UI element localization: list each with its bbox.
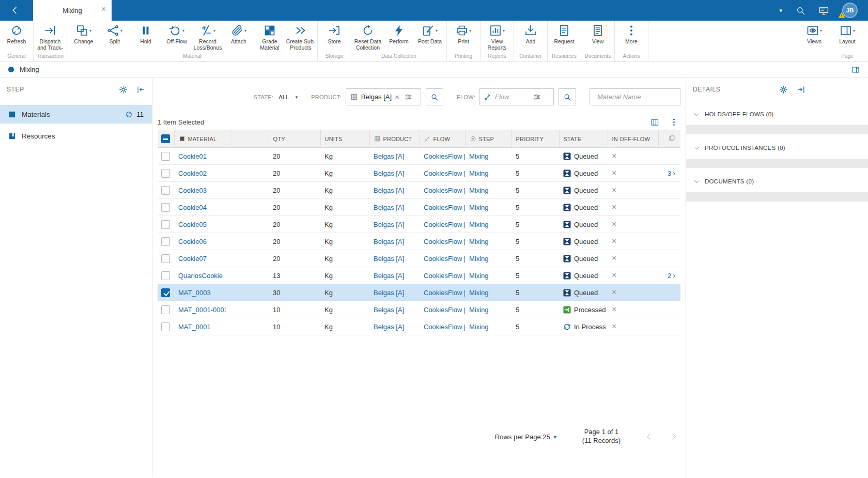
expand-panel-icon[interactable] xyxy=(797,85,805,94)
hold-button[interactable]: Hold xyxy=(130,22,161,52)
row-checkbox[interactable] xyxy=(161,237,170,246)
select-all-checkbox[interactable] xyxy=(161,134,170,143)
remove-off-flow-icon[interactable]: × xyxy=(612,254,616,263)
product-link[interactable]: Belgas [A] xyxy=(374,289,404,297)
material-link[interactable]: MAT_0001-0001 xyxy=(178,306,226,314)
product-link[interactable]: Belgas [A] xyxy=(374,255,404,263)
back-button[interactable] xyxy=(0,0,30,21)
step-link[interactable]: Mixing xyxy=(469,272,489,280)
col-header-flow[interactable]: FLOW xyxy=(420,130,465,148)
view-button[interactable]: View xyxy=(582,22,613,52)
table-row[interactable]: Cookie0620KgBelgas [A]CookiesFlow [AMixi… xyxy=(158,233,680,250)
product-link[interactable]: Belgas [A] xyxy=(374,323,404,331)
row-checkbox[interactable] xyxy=(161,152,170,161)
flow-link[interactable]: CookiesFlow [A xyxy=(424,221,465,228)
sidebar-item-resources[interactable]: Resources xyxy=(0,127,152,145)
view-reports-button[interactable]: ▾View Reports xyxy=(482,22,513,52)
table-row[interactable]: Cookie0720KgBelgas [A]CookiesFlow [AMixi… xyxy=(158,250,680,267)
row-checkbox[interactable] xyxy=(161,254,170,263)
step-link[interactable]: Mixing xyxy=(469,323,489,331)
material-link[interactable]: QuarlosCookie xyxy=(178,272,223,280)
advanced-filter-icon[interactable] xyxy=(533,93,541,101)
material-name-search[interactable] xyxy=(590,88,680,105)
row-checkbox[interactable] xyxy=(161,186,170,195)
product-link[interactable]: Belgas [A] xyxy=(374,152,404,160)
flow-link[interactable]: CookiesFlow [A xyxy=(424,306,465,314)
off-flow-count-link[interactable]: 3› xyxy=(668,169,675,177)
product-link[interactable]: Belgas [A] xyxy=(374,238,404,245)
tab-mixing[interactable]: Mixing × xyxy=(33,0,112,21)
perform-button[interactable]: Perform xyxy=(383,22,414,52)
material-link[interactable]: MAT_0003 xyxy=(178,289,211,297)
flow-link[interactable]: CookiesFlow [A xyxy=(424,152,465,160)
chevron-down-icon[interactable]: ▾ xyxy=(779,7,782,14)
step-link[interactable]: Mixing xyxy=(469,152,489,160)
remove-off-flow-icon[interactable]: × xyxy=(612,288,616,297)
table-row[interactable]: MAT_000110KgBelgas [A]CookiesFlow [AMixi… xyxy=(158,318,680,335)
flow-link[interactable]: CookiesFlow [A xyxy=(424,272,465,280)
row-checkbox[interactable] xyxy=(161,305,170,314)
rows-per-page[interactable]: Rows per Page: 25 ▾ xyxy=(495,433,556,441)
close-icon[interactable]: × xyxy=(101,5,106,13)
material-name-input[interactable] xyxy=(597,93,688,101)
reset-data-collection-button[interactable]: Reset Data Collection xyxy=(352,22,383,52)
product-link[interactable]: Belgas [A] xyxy=(374,169,404,177)
remove-off-flow-icon[interactable]: × xyxy=(612,237,616,245)
post-data-button[interactable]: ▾Post Data xyxy=(414,22,445,52)
product-link[interactable]: Belgas [A] xyxy=(374,187,404,194)
dispatch-and-track-button[interactable]: Dispatch and Track- xyxy=(35,22,66,52)
product-search-button[interactable] xyxy=(426,88,443,105)
col-header-priority[interactable]: PRIORITY xyxy=(512,130,559,148)
gear-icon[interactable] xyxy=(119,85,128,94)
step-link[interactable]: Mixing xyxy=(469,169,489,177)
layout-button[interactable]: ▾Layout xyxy=(832,22,863,52)
remove-off-flow-icon[interactable]: × xyxy=(612,151,616,160)
refresh-button[interactable]: Refresh xyxy=(1,22,32,52)
remove-off-flow-icon[interactable]: × xyxy=(612,220,616,228)
views-button[interactable]: ▾Views xyxy=(799,22,830,52)
search-icon[interactable] xyxy=(796,6,805,16)
off-flow-button[interactable]: ▾Off-Flow xyxy=(161,22,192,52)
flow-link[interactable]: CookiesFlow [A xyxy=(424,323,465,331)
flow-link[interactable]: CookiesFlow [A xyxy=(424,169,465,177)
create-sub-products-button[interactable]: Create Sub-Products xyxy=(285,22,316,52)
row-checkbox[interactable] xyxy=(161,169,170,178)
advanced-filter-icon[interactable] xyxy=(405,93,412,101)
col-header-product[interactable]: PRODUCT xyxy=(369,130,420,148)
col-header-in-off-flow[interactable]: IN OFF-FLOW xyxy=(608,130,658,148)
clear-product-icon[interactable]: × xyxy=(395,93,399,101)
col-header-state[interactable]: STATE xyxy=(559,130,608,148)
remove-off-flow-icon[interactable]: × xyxy=(612,168,616,177)
col-header-units[interactable]: UNITS xyxy=(320,130,369,148)
grade-material-button[interactable]: Grade Material xyxy=(254,22,285,52)
product-link[interactable]: Belgas [A] xyxy=(374,221,404,228)
sidebar-item-materials[interactable]: Materials11 xyxy=(0,105,152,124)
chevron-down-icon[interactable]: ▾ xyxy=(296,95,298,100)
state-filter-value[interactable]: ALL xyxy=(278,94,289,100)
material-link[interactable]: MAT_0001 xyxy=(178,323,211,331)
flow-filter-input[interactable] xyxy=(479,88,554,105)
gear-icon[interactable] xyxy=(779,85,788,94)
record-loss-bonus-button[interactable]: ▾Record Loss/Bonus xyxy=(192,22,223,52)
material-link[interactable]: Cookie07 xyxy=(178,255,207,263)
col-header-copy[interactable] xyxy=(658,130,680,148)
window-icon[interactable] xyxy=(851,66,860,74)
table-row[interactable]: Cookie0220KgBelgas [A]CookiesFlow [AMixi… xyxy=(158,165,680,182)
step-link[interactable]: Mixing xyxy=(469,238,489,245)
monitor-icon[interactable] xyxy=(819,6,829,16)
split-button[interactable]: ▾Split xyxy=(99,22,130,52)
flow-link[interactable]: CookiesFlow [A xyxy=(424,204,465,211)
row-checkbox[interactable] xyxy=(161,288,170,297)
flow-input[interactable] xyxy=(495,93,528,101)
off-flow-count-link[interactable]: 2› xyxy=(668,272,675,280)
flow-link[interactable]: CookiesFlow [A xyxy=(424,238,465,245)
flow-link[interactable]: CookiesFlow [A xyxy=(424,255,465,263)
request-button[interactable]: Request xyxy=(549,22,580,52)
row-checkbox[interactable] xyxy=(161,203,170,212)
remove-off-flow-icon[interactable]: × xyxy=(612,271,616,280)
row-checkbox[interactable] xyxy=(161,220,170,229)
sync-icon[interactable] xyxy=(125,111,133,118)
step-link[interactable]: Mixing xyxy=(469,255,489,263)
step-link[interactable]: Mixing xyxy=(469,187,489,194)
step-link[interactable]: Mixing xyxy=(469,221,489,228)
